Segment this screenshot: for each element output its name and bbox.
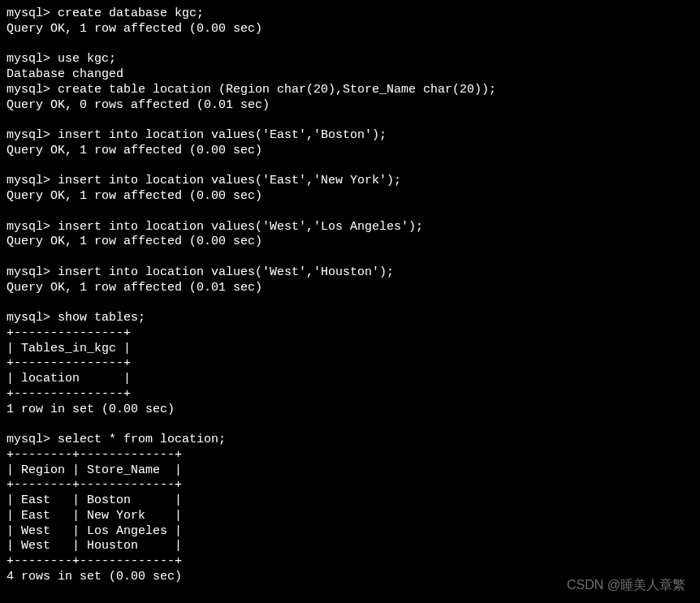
terminal-line: +--------+-------------+ (6, 478, 182, 492)
terminal-output[interactable]: mysql> create database kgc; Query OK, 1 … (6, 6, 694, 585)
terminal-line: +--------+-------------+ (6, 448, 182, 462)
terminal-line: | East | Boston | (6, 493, 182, 507)
terminal-line: Query OK, 0 rows affected (0.01 sec) (6, 98, 270, 112)
terminal-line: | West | Los Angeles | (6, 524, 182, 538)
terminal-line: mysql> create database kgc; (6, 6, 204, 20)
watermark-text: CSDN @睡美人章繁 (567, 577, 685, 593)
terminal-line: +--------+-------------+ (6, 554, 182, 568)
terminal-line: 1 row in set (0.00 sec) (6, 403, 175, 416)
terminal-line: | Tables_in_kgc | (6, 342, 131, 355)
terminal-line: mysql> select * from location; (6, 433, 226, 446)
terminal-line: mysql> show tables; (6, 311, 145, 325)
terminal-line: +---------------+ (6, 356, 131, 370)
terminal-line: Database changed (6, 67, 123, 81)
terminal-line: mysql> insert into location values('East… (6, 128, 387, 142)
terminal-line: mysql> use kgc; (6, 52, 116, 66)
terminal-line: Query OK, 1 row affected (0.00 sec) (6, 22, 262, 36)
terminal-line: +---------------+ (6, 387, 131, 401)
terminal-line: mysql> insert into location values('East… (6, 174, 401, 187)
terminal-line: Query OK, 1 row affected (0.00 sec) (6, 189, 262, 203)
terminal-line: mysql> insert into location values('West… (6, 220, 423, 234)
terminal-line: | West | Houston | (6, 539, 182, 553)
terminal-line: | East | New York | (6, 509, 182, 523)
terminal-line: | location | (6, 372, 131, 385)
terminal-line: 4 rows in set (0.00 sec) (6, 570, 182, 584)
terminal-line: mysql> create table location (Region cha… (6, 83, 496, 97)
terminal-line: | Region | Store_Name | (6, 463, 182, 477)
terminal-line: Query OK, 1 row affected (0.00 sec) (6, 144, 262, 157)
terminal-line: +---------------+ (6, 326, 131, 340)
terminal-line: mysql> insert into location values('West… (6, 265, 394, 279)
terminal-line: Query OK, 1 row affected (0.01 sec) (6, 281, 262, 295)
terminal-line: Query OK, 1 row affected (0.00 sec) (6, 235, 262, 248)
